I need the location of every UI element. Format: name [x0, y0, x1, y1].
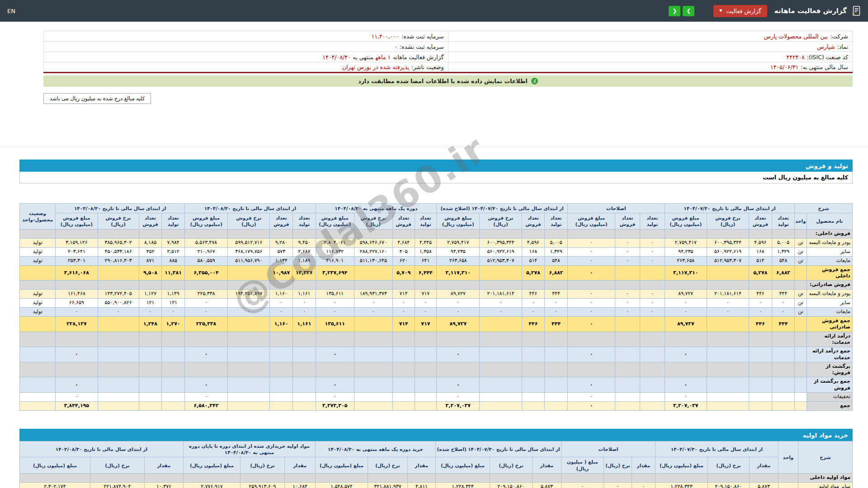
info-row: کد صنعت (ISIC):۴۴۲۴۰۸ گزارش فعالیت ماهان…: [44, 52, 853, 62]
value-cell: [162, 377, 185, 393]
col-subheader: مقدار: [284, 457, 315, 473]
issuer-status-value: پذیرفته شده در بورس تهران: [342, 64, 409, 70]
value-cell: ۰: [545, 299, 568, 308]
value-cell: ۰: [632, 482, 655, 488]
value-cell: [615, 281, 640, 290]
value-cell: ۵۱۱,۹۵۶,۷۹۰: [228, 256, 270, 265]
value-cell: [293, 229, 316, 238]
col-group-header: مواد اولیه خریداری شده از ابتدای دوره تا…: [183, 441, 315, 457]
prev-report-button[interactable]: ❮: [669, 6, 680, 16]
value-cell: ۰: [184, 377, 227, 393]
value-cell: ۱,۳۲۹: [545, 247, 568, 256]
report-period-label: گزارش فعالیت ماهانه: [393, 54, 443, 61]
value-cell: ۵۴۸: [772, 256, 795, 265]
unit-cell: تن: [795, 299, 807, 308]
value-cell: ۱۹۴,۲۵۶,۸۹۷: [228, 290, 270, 299]
col-subheader: مبلغ (میلیون ریال): [655, 457, 708, 473]
unit-cell: [778, 473, 798, 482]
value-cell: [98, 332, 139, 347]
language-toggle[interactable]: EN: [7, 8, 15, 14]
value-cell: [640, 332, 665, 347]
value-cell: [354, 402, 392, 411]
value-cell: ۰: [437, 393, 480, 402]
unit-cell: [795, 281, 807, 290]
col-header-sharh: شرح: [798, 441, 853, 474]
row-label-cell: جمع درآمد ارائه خدمات: [807, 347, 852, 362]
value-cell: [415, 229, 437, 238]
fiscal-year-value: ۱۴۰۵/۰۶/۳۱: [770, 64, 798, 70]
value-cell: ۲۰۱,۱۸۱,۶۱۴: [707, 290, 749, 299]
value-cell: ۷,۹۸۴: [162, 238, 185, 247]
col-group-header: اصلاحات: [561, 441, 655, 457]
col-subheader: مبلغ (میلیون ریال): [315, 457, 368, 473]
value-cell: [98, 229, 139, 238]
col-subheader: مبلغ فروش (میلیون ریال): [567, 213, 615, 229]
unregistered-capital-label: سرمایه ثبت نشده:: [400, 43, 443, 50]
chevron-down-icon: ▼: [719, 9, 722, 13]
signature-match-banner: i اطلاعات نمایش داده شده با اطلاعات امضا…: [43, 75, 853, 87]
value-cell: [615, 265, 640, 281]
row-label-cell: مایعات: [807, 256, 852, 265]
next-report-button[interactable]: ❯: [683, 6, 694, 16]
value-cell: ۷۱۷: [415, 317, 437, 332]
value-cell: ۱۰,۶۸۴: [284, 482, 315, 488]
value-cell: [316, 281, 354, 290]
row-label-cell: درآمد ارائه خدمات:: [807, 332, 852, 347]
report-navigation: ❯ ❮: [669, 6, 694, 16]
value-cell: ۴۴۴: [545, 290, 568, 299]
table-row: سایرتن۱,۳۲۹۱۶۸۵۶۰,۹۲۲,۶۱۹۹۴,۲۳۵۰۰۰۱,۳۲۹۱…: [20, 247, 853, 256]
col-subheader: نرخ (ریال): [604, 457, 632, 473]
value-cell: ۰: [665, 347, 707, 362]
company-info-table: شرکت:بین المللی محصولات پارس سرمایه ثبت …: [43, 31, 853, 73]
col-subheader: مبلغ (میلیون ریال): [19, 457, 90, 473]
value-cell: [293, 347, 316, 362]
value-cell: ۳۱۶,۹۰۱: [316, 256, 354, 265]
value-cell: ۶,۸۸۲: [772, 265, 795, 281]
value-cell: ۲,۷۵۹,۴۱۷: [665, 238, 707, 247]
col-subheader: تعداد فروش: [749, 213, 772, 229]
value-cell: ۵,۸۷۳: [750, 482, 778, 488]
value-cell: ۸۸۵: [162, 256, 185, 265]
value-cell: ۲,۳۰۲,۱۷۴: [19, 482, 90, 488]
unit-cell: [795, 377, 807, 393]
value-cell: [270, 347, 293, 362]
value-cell: ۱,۲۲۸,۳۴۳: [435, 482, 490, 488]
info-row: سال مالی منتهی به:۱۴۰۵/۰۶/۳۱ وضعیت ناشر:…: [44, 62, 853, 73]
value-cell: ۰: [772, 299, 795, 308]
value-cell: ۵۹۸,۶۴۶,۶۷۰: [354, 238, 392, 247]
value-cell: ۸۷۱: [139, 256, 162, 265]
value-cell: [354, 317, 392, 332]
value-cell: [415, 332, 437, 347]
value-cell: [98, 265, 139, 281]
row-label-cell: فروش صادراتی:: [807, 281, 852, 290]
value-cell: [415, 281, 437, 290]
value-cell: [750, 473, 778, 482]
status-cell: [20, 317, 56, 332]
value-cell: [640, 402, 665, 411]
value-cell: ۲۵۳,۳۰۱: [56, 256, 98, 265]
report-type-button[interactable]: گزارش فعالیت ▼: [713, 5, 767, 17]
registered-capital-label: سرمایه ثبت شده:: [401, 33, 443, 40]
report-body: تولید و فروش کلیه مبالغ به میلیون ریال ا…: [19, 160, 853, 488]
section-row: مواد اولیه داخلی: [19, 473, 852, 482]
value-cell: [749, 402, 772, 411]
value-cell: ۹۴,۲۳۵: [665, 247, 707, 256]
report-period-length: ۱ ماهه: [376, 54, 391, 61]
value-cell: [707, 317, 749, 332]
value-cell: ۶,۸۸۲: [545, 265, 568, 281]
value-cell: ۰: [162, 308, 185, 317]
value-cell: [749, 347, 772, 362]
value-cell: [480, 332, 522, 347]
row-label-cell: سایر مواد اولیه: [798, 482, 853, 488]
signature-match-text: اطلاعات نمایش داده شده با اطلاعات امضا ش…: [358, 78, 528, 84]
company-cell: شرکت:بین المللی محصولات پارس: [448, 31, 853, 42]
table-row: پودر و مایعات البسهتن۵,۰۰۵۴,۵۹۶۶۰۰,۳۹۵,۳…: [20, 238, 853, 247]
value-cell: ۰: [772, 308, 795, 317]
value-cell: [392, 402, 415, 411]
value-cell: ۰: [567, 238, 615, 247]
value-cell: ۰: [567, 247, 615, 256]
value-cell: [437, 229, 480, 238]
col-subheader: نرخ (ریال): [708, 457, 750, 473]
value-cell: ۲۰۹,۱۵۰,۸۶۰: [490, 482, 532, 488]
value-cell: [183, 473, 240, 482]
